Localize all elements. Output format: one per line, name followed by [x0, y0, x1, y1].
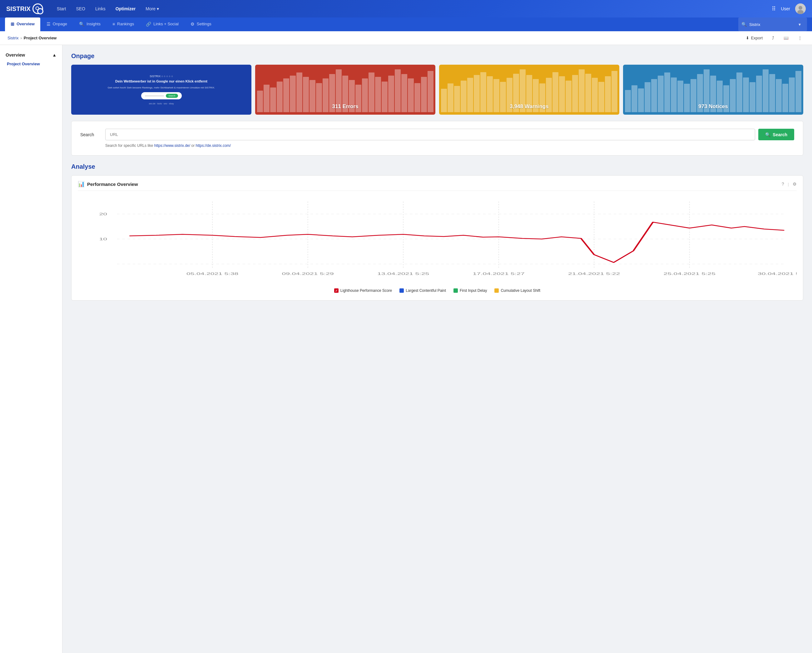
logo-text: SISTRIX — [6, 5, 31, 12]
nav-seo[interactable]: SEO — [72, 4, 90, 14]
settings-icon: ⚙ — [191, 21, 195, 26]
main-layout: Overview ▲ Project Overview Onpage SISTR… — [0, 45, 812, 653]
search-button[interactable]: 🔍 Search — [758, 129, 794, 140]
svg-text:13.04.2021 5:25: 13.04.2021 5:25 — [377, 272, 429, 275]
onpage-title: Onpage — [71, 52, 803, 60]
tab-overview[interactable]: ⊞ Overview — [5, 17, 40, 31]
settings-action-btn[interactable]: ⚙ — [793, 182, 797, 187]
help-button[interactable]: ? — [782, 182, 784, 187]
preview-searchbar: Search — [141, 92, 182, 99]
preview-footer: seo.de · tools · seo · ebay — [149, 102, 174, 105]
rankings-icon: ≡ — [113, 21, 115, 26]
nav-links[interactable]: Links — [91, 4, 110, 14]
user-avatar[interactable] — [795, 3, 806, 14]
tab-onpage[interactable]: ☰ Onpage — [41, 17, 73, 31]
onpage-card-preview[interactable]: SISTRIX ○ ○ ○ ○ ○ Dein Wettbewerber ist … — [71, 65, 252, 115]
tab-insights[interactable]: 🔍 Insights — [73, 17, 106, 31]
preview-btn: Search — [166, 94, 178, 98]
legend-fid-color — [453, 288, 458, 293]
search-hint-link1[interactable]: https://www.sistrix.de/ — [154, 144, 190, 148]
export-icon: ⬇ — [746, 36, 749, 40]
book-icon: 📖 — [784, 36, 789, 40]
performance-line — [130, 222, 784, 263]
onpage-card-errors[interactable]: 311 Errors — [255, 65, 435, 115]
search-hint-link2[interactable]: https://de.sistrix.com/ — [195, 144, 231, 148]
tab-rankings[interactable]: ≡ Rankings — [107, 17, 140, 31]
legend-lighthouse: ✓ Lighthouse Performance Score — [334, 288, 392, 293]
sidebar-section-overview[interactable]: Overview ▲ — [0, 50, 62, 60]
search-btn-icon: 🔍 — [765, 132, 771, 137]
search-label: Search — [80, 132, 99, 137]
breadcrumb-separator: › — [20, 36, 21, 40]
preview-links: seo.de · tools · seo · ebay — [149, 102, 174, 105]
nav-start[interactable]: Start — [52, 4, 70, 14]
svg-line-1 — [38, 9, 40, 11]
links-icon: 🔗 — [146, 21, 151, 26]
chart-area: .grid-line { stroke: #e8e8e8; stroke-wid… — [78, 195, 797, 283]
breadcrumb-root[interactable]: Sistrix — [8, 36, 18, 40]
user-label: User — [781, 6, 790, 11]
legend-cls-color — [495, 288, 499, 293]
performance-title: 📊 Performance Overview — [78, 180, 138, 188]
svg-text:20: 20 — [99, 212, 107, 216]
search-row: Search 🔍 Search — [80, 129, 794, 140]
svg-text:21.04.2021 5:22: 21.04.2021 5:22 — [568, 272, 620, 275]
legend-fid: First Input Delay — [453, 288, 487, 293]
sidebar-collapse-icon: ▲ — [52, 52, 56, 58]
preview-logo: SISTRIX ○ ○ ○ ○ ○ — [150, 75, 173, 78]
performance-header: 📊 Performance Overview ? | ⚙ — [78, 180, 797, 191]
svg-point-0 — [36, 7, 39, 10]
share-icon: ⤴ — [772, 36, 774, 40]
sidebar-item-project-overview[interactable]: Project Overview — [0, 60, 62, 69]
chart-legend: ✓ Lighthouse Performance Score Largest C… — [78, 286, 797, 295]
performance-card: 📊 Performance Overview ? | ⚙ — [71, 175, 803, 301]
tabs-search[interactable]: 🔍 ▾ — [738, 17, 807, 31]
svg-point-3 — [798, 6, 802, 10]
onpage-icon: ☰ — [47, 21, 50, 26]
url-input[interactable] — [105, 129, 755, 140]
nav-right: ⠿ User — [772, 3, 806, 14]
preview-headline: Dein Wettbewerber ist in Google nur eine… — [115, 79, 208, 84]
top-navigation: SISTRIX Start SEO Links Optimizer More ▾… — [0, 0, 812, 17]
breadcrumb-bar: Sistrix › Project Overview ⬇ Export ⤴ 📖 … — [0, 31, 812, 45]
tab-links-social[interactable]: 🔗 Links + Social — [140, 17, 184, 31]
tabs-bar: ⊞ Overview ☰ Onpage 🔍 Insights ≡ Ranking… — [0, 17, 812, 31]
analyse-section: Analyse 📊 Performance Overview ? | ⚙ — [71, 163, 803, 301]
share-button[interactable]: ⤴ — [769, 34, 777, 41]
search-input-wrap: 🔍 Search — [105, 129, 794, 140]
legend-lighthouse-color: ✓ — [334, 288, 339, 293]
performance-icon: 📊 — [78, 180, 85, 188]
svg-text:17.04.2021 5:27: 17.04.2021 5:27 — [473, 272, 525, 275]
options-icon: ⋮ — [798, 36, 802, 40]
logo-search-icon — [32, 3, 43, 14]
performance-chart: .grid-line { stroke: #e8e8e8; stroke-wid… — [78, 195, 797, 283]
insights-icon: 🔍 — [79, 21, 84, 26]
svg-text:05.04.2021 5:38: 05.04.2021 5:38 — [186, 272, 238, 275]
legend-lcp-color — [400, 288, 404, 293]
breadcrumb: Sistrix › Project Overview — [8, 36, 56, 40]
breadcrumb-current: Project Overview — [24, 36, 57, 40]
performance-actions: ? | ⚙ — [782, 182, 797, 187]
search-hint: Search for specific URLs like https://ww… — [105, 144, 794, 148]
chevron-down-icon: ▾ — [157, 6, 159, 11]
logo[interactable]: SISTRIX — [6, 3, 43, 14]
svg-text:09.04.2021 5:29: 09.04.2021 5:29 — [282, 272, 334, 275]
options-button[interactable]: ⋮ — [795, 34, 804, 41]
overview-icon: ⊞ — [11, 21, 14, 26]
search-dropdown-icon[interactable]: ▾ — [798, 22, 801, 27]
card-preview-content: SISTRIX ○ ○ ○ ○ ○ Dein Wettbewerber ist … — [71, 65, 252, 115]
bookmark-button[interactable]: 📖 — [781, 34, 791, 41]
onpage-card-warnings[interactable]: 3,948 Warnings — [439, 65, 619, 115]
sidebar: Overview ▲ Project Overview — [0, 45, 63, 653]
tabs-search-input[interactable] — [749, 22, 796, 27]
main-content: Onpage SISTRIX ○ ○ ○ ○ ○ Dein Wettbewerb… — [63, 45, 812, 653]
grid-icon[interactable]: ⠿ — [772, 5, 776, 12]
search-section: Search 🔍 Search Search for specific URLs… — [71, 121, 803, 156]
onpage-card-notices[interactable]: 973 Notices — [623, 65, 803, 115]
export-button[interactable]: ⬇ Export — [743, 34, 765, 41]
tab-settings[interactable]: ⚙ Settings — [185, 17, 217, 31]
nav-more[interactable]: More ▾ — [141, 4, 163, 14]
svg-text:30.04.2021 5:21: 30.04.2021 5:21 — [758, 272, 797, 275]
nav-optimizer[interactable]: Optimizer — [111, 4, 140, 14]
svg-text:25.04.2021 5:25: 25.04.2021 5:25 — [664, 272, 716, 275]
